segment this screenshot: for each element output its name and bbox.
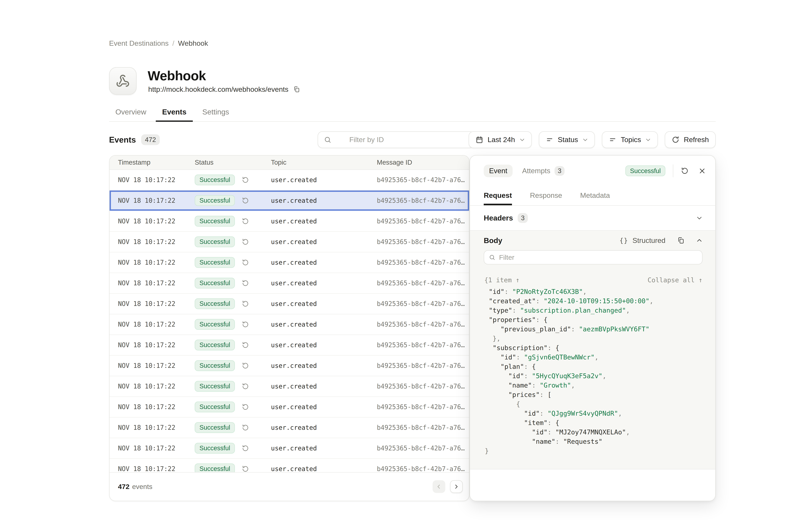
table-row[interactable]: NOV 18 10:17:22Successfuluser.createdb49… [110, 232, 469, 252]
col-message-id: Message ID [377, 158, 412, 166]
row-topic: user.created [271, 176, 317, 184]
time-filter-button[interactable]: Last 24h [469, 131, 532, 148]
status-badge: Successful [195, 443, 235, 454]
row-message-id: b4925365-b8cf-42b7-a76… [377, 197, 465, 204]
json-line: "type": "subscription.plan_changed", [485, 306, 715, 315]
table-row[interactable]: NOV 18 10:17:22Successfuluser.createdb49… [110, 211, 469, 232]
json-line: "id": "5HycQYuqK3eF5a2v", [485, 371, 715, 381]
row-message-id: b4925365-b8cf-42b7-a76… [377, 280, 465, 287]
headers-section[interactable]: Headers 3 [470, 206, 715, 231]
prev-page-button[interactable] [433, 480, 445, 493]
table-row[interactable]: NOV 18 10:17:22Successfuluser.createdb49… [110, 191, 469, 211]
row-timestamp: NOV 18 10:17:22 [118, 403, 175, 411]
retry-icon[interactable] [242, 403, 249, 411]
row-topic: user.created [271, 321, 317, 328]
status-badge: Successful [195, 340, 235, 350]
row-message-id: b4925365-b8cf-42b7-a76… [377, 176, 465, 184]
events-count-badge: 472 [141, 134, 159, 145]
status-badge: Successful [195, 236, 235, 247]
retry-icon[interactable] [242, 300, 249, 307]
table-row[interactable]: NOV 18 10:17:22Successfuluser.createdb49… [110, 335, 469, 356]
table-row[interactable]: NOV 18 10:17:22Successfuluser.createdb49… [110, 356, 469, 376]
tab-overview[interactable]: Overview [109, 103, 153, 121]
row-topic: user.created [271, 403, 317, 411]
status-badge: Successful [195, 195, 235, 206]
row-message-id: b4925365-b8cf-42b7-a76… [377, 465, 465, 473]
table-body: NOV 18 10:17:22Successfuluser.createdb49… [110, 170, 469, 473]
retry-icon[interactable] [242, 238, 249, 246]
retry-icon[interactable] [242, 197, 249, 204]
status-filter-button[interactable]: Status [539, 131, 595, 148]
table-row[interactable]: NOV 18 10:17:22Successfuluser.createdb49… [110, 314, 469, 335]
row-timestamp: NOV 18 10:17:22 [118, 383, 175, 390]
attempts-tab[interactable]: Attempts 3 [522, 166, 565, 176]
structured-mode-label[interactable]: Structured [632, 236, 665, 245]
retry-icon[interactable] [242, 259, 249, 266]
row-timestamp: NOV 18 10:17:22 [118, 362, 175, 369]
json-line: "item": { [485, 418, 715, 428]
retry-icon[interactable] [242, 362, 249, 369]
breadcrumb-separator: / [172, 39, 174, 47]
row-topic: user.created [271, 217, 317, 225]
chevron-up-icon[interactable] [696, 238, 702, 244]
row-message-id: b4925365-b8cf-42b7-a76… [377, 444, 465, 452]
retry-icon[interactable] [242, 424, 249, 431]
row-topic: user.created [271, 259, 317, 266]
collapse-all-button[interactable]: Collapse all ↑ [648, 276, 702, 284]
filter-icon [546, 136, 553, 144]
retry-icon[interactable] [242, 217, 249, 225]
retry-icon[interactable] [242, 280, 249, 287]
filter-icon [609, 136, 617, 144]
json-line: }, [485, 334, 715, 343]
retry-icon[interactable] [242, 341, 249, 349]
table-row[interactable]: NOV 18 10:17:22Successfuluser.createdb49… [110, 170, 469, 191]
table-row[interactable]: NOV 18 10:17:22Successfuluser.createdb49… [110, 459, 469, 473]
table-row[interactable]: NOV 18 10:17:22Successfuluser.createdb49… [110, 397, 469, 418]
attempts-count-badge: 3 [554, 166, 565, 176]
refresh-button[interactable]: Refresh [665, 131, 716, 148]
retry-icon[interactable] [242, 465, 249, 473]
breadcrumb-parent[interactable]: Event Destinations [109, 39, 169, 47]
status-badge: Successful [195, 422, 235, 433]
close-panel-icon[interactable] [699, 168, 705, 174]
event-tab-chip[interactable]: Event [484, 165, 513, 177]
table-row[interactable]: NOV 18 10:17:22Successfuluser.createdb49… [110, 273, 469, 294]
chevron-down-icon[interactable] [696, 215, 702, 221]
tab-metadata[interactable]: Metadata [580, 191, 610, 205]
status-badge: Successful [195, 216, 235, 227]
retry-icon[interactable] [242, 383, 249, 390]
webhook-icon [116, 74, 130, 88]
json-line: { [485, 399, 715, 409]
tab-events[interactable]: Events [156, 103, 193, 121]
retry-icon[interactable] [242, 176, 249, 184]
next-page-button[interactable] [450, 480, 463, 493]
copy-body-icon[interactable] [677, 237, 685, 244]
table-row[interactable]: NOV 18 10:17:22Successfuluser.createdb49… [110, 438, 469, 459]
row-topic: user.created [271, 197, 317, 204]
tab-settings[interactable]: Settings [196, 103, 235, 121]
webhook-url: http://mock.hookdeck.com/webhooks/events [148, 85, 288, 94]
table-row[interactable]: NOV 18 10:17:22Successfuluser.createdb49… [110, 376, 469, 397]
search-input[interactable]: Filter by ID [318, 131, 474, 148]
body-filter-input[interactable]: Filter [484, 250, 702, 265]
table-row[interactable]: NOV 18 10:17:22Successfuluser.createdb49… [110, 294, 469, 314]
json-line: "prices": [ [485, 390, 715, 399]
footer-count: 472 [118, 483, 129, 491]
tab-request[interactable]: Request [484, 191, 512, 205]
chevron-down-icon [519, 137, 525, 143]
topics-filter-button[interactable]: Topics [602, 131, 658, 148]
retry-icon[interactable] [242, 444, 249, 452]
json-line: "subscription": { [485, 343, 715, 353]
table-row[interactable]: NOV 18 10:17:22Successfuluser.createdb49… [110, 418, 469, 438]
copy-url-icon[interactable] [293, 86, 300, 93]
events-heading: Events [109, 135, 136, 145]
page-title: Webhook [148, 68, 206, 83]
retry-icon[interactable] [242, 321, 249, 328]
json-line: "plan": { [485, 362, 715, 371]
json-items-label[interactable]: {1 item ↑ [484, 276, 519, 284]
refresh-icon [672, 136, 680, 144]
table-row[interactable]: NOV 18 10:17:22Successfuluser.createdb49… [110, 252, 469, 273]
retry-event-icon[interactable] [681, 167, 689, 175]
tab-response[interactable]: Response [530, 191, 562, 205]
chevron-left-icon [436, 484, 442, 490]
